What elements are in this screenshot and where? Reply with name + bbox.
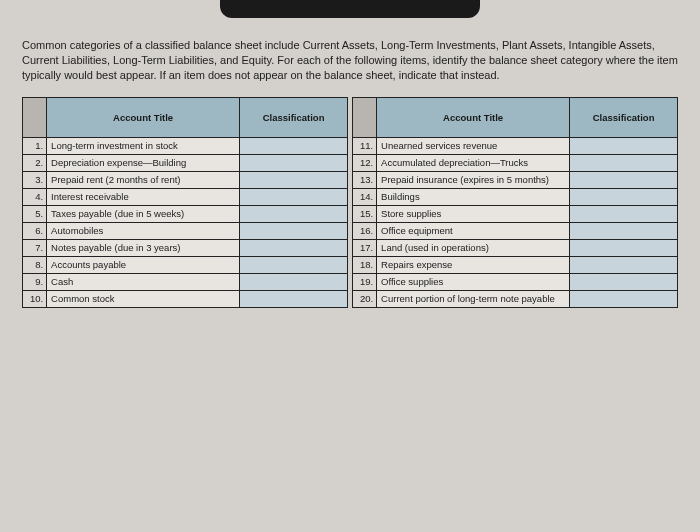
row-number: 13. <box>353 171 377 188</box>
left-class-header: Classification <box>240 97 348 137</box>
table-row: 6.Automobiles <box>23 222 348 239</box>
classification-cell[interactable] <box>570 222 678 239</box>
left-num-header <box>23 97 47 137</box>
row-number: 17. <box>353 239 377 256</box>
account-title-cell: Common stock <box>47 290 240 307</box>
left-table: Account Title Classification 1.Long-term… <box>22 97 348 308</box>
row-number: 12. <box>353 154 377 171</box>
account-title-cell: Prepaid insurance (expires in 5 months) <box>377 171 570 188</box>
row-number: 4. <box>23 188 47 205</box>
device-notch <box>220 0 480 18</box>
row-number: 8. <box>23 256 47 273</box>
right-tbody: 11.Unearned services revenue12.Accumulat… <box>353 137 678 307</box>
classification-cell[interactable] <box>240 188 348 205</box>
account-title-cell: Buildings <box>377 188 570 205</box>
table-row: 17.Land (used in operations) <box>353 239 678 256</box>
row-number: 14. <box>353 188 377 205</box>
row-number: 6. <box>23 222 47 239</box>
row-number: 16. <box>353 222 377 239</box>
table-row: 14.Buildings <box>353 188 678 205</box>
classification-cell[interactable] <box>240 205 348 222</box>
table-row: 19.Office supplies <box>353 273 678 290</box>
tables-wrapper: Account Title Classification 1.Long-term… <box>22 97 678 308</box>
classification-cell[interactable] <box>570 239 678 256</box>
row-number: 7. <box>23 239 47 256</box>
table-row: 10.Common stock <box>23 290 348 307</box>
classification-cell[interactable] <box>570 171 678 188</box>
table-row: 2.Depreciation expense—Building <box>23 154 348 171</box>
account-title-cell: Interest receivable <box>47 188 240 205</box>
account-title-cell: Office supplies <box>377 273 570 290</box>
table-row: 18.Repairs expense <box>353 256 678 273</box>
table-row: 8.Accounts payable <box>23 256 348 273</box>
row-number: 1. <box>23 137 47 154</box>
classification-cell[interactable] <box>240 171 348 188</box>
table-row: 9.Cash <box>23 273 348 290</box>
account-title-cell: Store supplies <box>377 205 570 222</box>
classification-cell[interactable] <box>570 154 678 171</box>
account-title-cell: Unearned services revenue <box>377 137 570 154</box>
table-row: 3.Prepaid rent (2 months of rent) <box>23 171 348 188</box>
account-title-cell: Office equipment <box>377 222 570 239</box>
table-row: 20.Current portion of long-term note pay… <box>353 290 678 307</box>
account-title-cell: Automobiles <box>47 222 240 239</box>
classification-cell[interactable] <box>240 273 348 290</box>
table-row: 16.Office equipment <box>353 222 678 239</box>
classification-cell[interactable] <box>240 137 348 154</box>
classification-cell[interactable] <box>240 290 348 307</box>
table-row: 15.Store supplies <box>353 205 678 222</box>
content-area: Common categories of a classified balanc… <box>0 26 700 320</box>
account-title-cell: Cash <box>47 273 240 290</box>
row-number: 18. <box>353 256 377 273</box>
account-title-cell: Accounts payable <box>47 256 240 273</box>
account-title-cell: Land (used in operations) <box>377 239 570 256</box>
row-number: 15. <box>353 205 377 222</box>
classification-cell[interactable] <box>240 256 348 273</box>
row-number: 11. <box>353 137 377 154</box>
right-class-header: Classification <box>570 97 678 137</box>
left-tbody: 1.Long-term investment in stock2.Depreci… <box>23 137 348 307</box>
table-row: 11.Unearned services revenue <box>353 137 678 154</box>
classification-cell[interactable] <box>240 222 348 239</box>
account-title-cell: Repairs expense <box>377 256 570 273</box>
row-number: 9. <box>23 273 47 290</box>
account-title-cell: Taxes payable (due in 5 weeks) <box>47 205 240 222</box>
classification-cell[interactable] <box>240 239 348 256</box>
account-title-cell: Depreciation expense—Building <box>47 154 240 171</box>
instructions-text: Common categories of a classified balanc… <box>22 38 678 83</box>
account-title-cell: Long-term investment in stock <box>47 137 240 154</box>
row-number: 20. <box>353 290 377 307</box>
table-row: 5.Taxes payable (due in 5 weeks) <box>23 205 348 222</box>
classification-cell[interactable] <box>570 290 678 307</box>
right-num-header <box>353 97 377 137</box>
table-row: 12.Accumulated depreciation—Trucks <box>353 154 678 171</box>
account-title-cell: Prepaid rent (2 months of rent) <box>47 171 240 188</box>
classification-cell[interactable] <box>570 256 678 273</box>
account-title-cell: Accumulated depreciation—Trucks <box>377 154 570 171</box>
account-title-cell: Current portion of long-term note payabl… <box>377 290 570 307</box>
classification-cell[interactable] <box>570 188 678 205</box>
classification-cell[interactable] <box>570 137 678 154</box>
row-number: 5. <box>23 205 47 222</box>
right-table: Account Title Classification 11.Unearned… <box>352 97 678 308</box>
classification-cell[interactable] <box>570 273 678 290</box>
row-number: 19. <box>353 273 377 290</box>
table-row: 4.Interest receivable <box>23 188 348 205</box>
left-account-header: Account Title <box>47 97 240 137</box>
row-number: 10. <box>23 290 47 307</box>
table-row: 13.Prepaid insurance (expires in 5 month… <box>353 171 678 188</box>
right-account-header: Account Title <box>377 97 570 137</box>
row-number: 3. <box>23 171 47 188</box>
account-title-cell: Notes payable (due in 3 years) <box>47 239 240 256</box>
classification-cell[interactable] <box>570 205 678 222</box>
row-number: 2. <box>23 154 47 171</box>
table-row: 1.Long-term investment in stock <box>23 137 348 154</box>
classification-cell[interactable] <box>240 154 348 171</box>
table-row: 7.Notes payable (due in 3 years) <box>23 239 348 256</box>
